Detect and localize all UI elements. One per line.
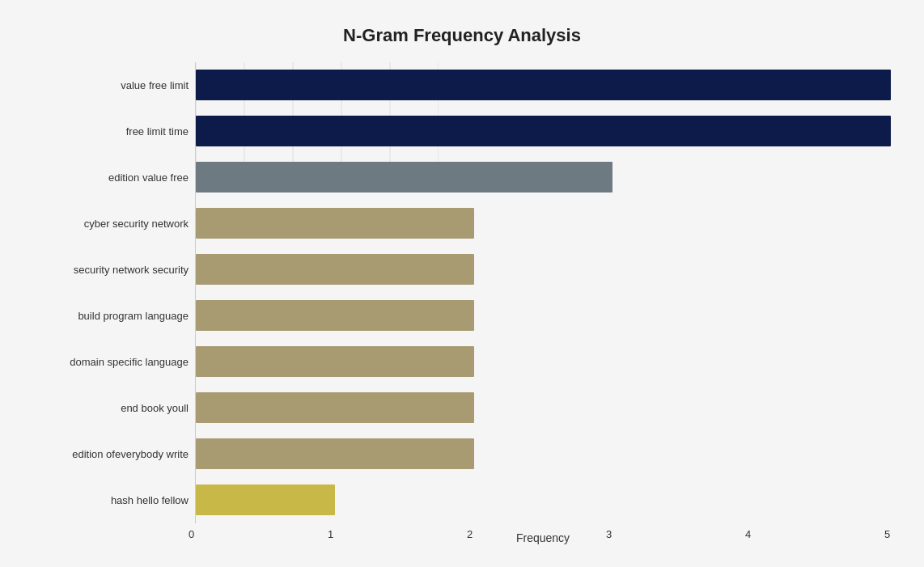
y-label-6: domain specific language [33,339,189,385]
x-axis-label: Frequency [195,531,891,544]
chart-title: N-Gram Frequency Analysis [33,25,891,46]
bar-8 [196,438,474,469]
bar-row-9 [196,477,891,523]
y-label-4: security network security [33,247,189,293]
y-label-7: end book youll [33,385,189,431]
x-tick-3: 3 [606,528,612,540]
bar-row-0 [196,62,891,108]
x-tick-2: 2 [467,528,473,540]
bar-6 [196,346,474,377]
y-label-1: free limit time [33,108,189,154]
y-label-8: edition ofeverybody write [33,431,189,477]
chart-container: N-Gram Frequency Analysis value free lim… [17,9,907,559]
bar-0 [196,70,891,100]
y-label-9: hash hello fellow [33,477,189,523]
bar-row-3 [196,201,891,247]
bar-4 [196,254,474,285]
bar-row-2 [196,154,891,201]
y-label-3: cyber security network [33,201,189,247]
chart-area: value free limitfree limit timeedition v… [33,62,891,483]
bar-1 [196,116,891,146]
bar-row-5 [196,293,891,339]
y-label-0: value free limit [33,62,189,108]
bar-9 [196,484,335,515]
y-label-2: edition value free [33,154,189,201]
x-tick-4: 4 [745,528,751,540]
plot-area [195,62,891,523]
bar-row-4 [196,247,891,293]
bar-row-1 [196,108,891,154]
x-tick-0: 0 [189,528,194,540]
y-label-5: build program language [33,293,189,339]
bar-7 [196,392,474,423]
bars-section: value free limitfree limit timeedition v… [33,62,891,523]
bar-row-7 [196,385,891,431]
bar-2 [196,162,612,193]
bar-row-6 [196,339,891,385]
bar-3 [196,208,474,239]
x-tick-5: 5 [884,528,890,540]
bar-row-8 [196,431,891,477]
bar-5 [196,300,474,331]
x-tick-1: 1 [328,528,333,540]
y-labels: value free limitfree limit timeedition v… [33,62,195,523]
